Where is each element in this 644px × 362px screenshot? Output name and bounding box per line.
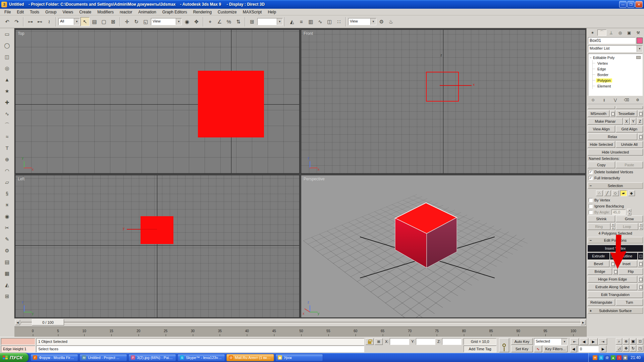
coordinate-x-field[interactable] (390, 338, 409, 345)
loop-spinner[interactable]: ▲▼ (639, 223, 643, 230)
flip-button[interactable]: Flip (619, 268, 643, 275)
remove-modifier-icon[interactable]: ⌫ (622, 97, 631, 103)
delete-isolated-vertices-checkbox[interactable] (589, 170, 593, 174)
modify-tab-icon[interactable]: ⌒ (597, 29, 606, 36)
chevron-down-icon[interactable]: ▼ (561, 339, 567, 345)
viewport-perspective[interactable]: Perspective z x y (301, 175, 586, 318)
ignore-backfacing-checkbox[interactable] (589, 204, 593, 208)
paste-button[interactable]: Paste (616, 162, 643, 168)
field-of-view-icon[interactable]: ◿ (616, 345, 622, 352)
utilities-tab-icon[interactable]: ⚒ (634, 29, 642, 36)
render-type-combo[interactable]: View ▼ (348, 18, 376, 25)
ring-button[interactable]: Ring (588, 223, 610, 230)
current-frame-field[interactable]: 0 (578, 346, 599, 352)
menu-item[interactable]: Create (76, 9, 94, 15)
timeline-ruler[interactable]: 0510152025303540455055606570758085909510… (14, 326, 586, 337)
taskbar-task-button[interactable]: ▣ Урок (275, 354, 323, 361)
modifier-stack[interactable]: Editable Poly Vertex Edge Border Polygon (588, 54, 643, 96)
stack-subobject-item[interactable]: Edge (593, 66, 642, 72)
stack-subobject-item[interactable]: Border (593, 72, 642, 77)
bevel-button[interactable]: Bevel (588, 260, 609, 267)
subdivision-surface-rollout-header[interactable]: +Subdivision Surface (588, 307, 643, 314)
left-tool-icon-1[interactable]: ▭ (2, 29, 12, 39)
redo-icon[interactable]: ↷ (12, 17, 21, 26)
make-unique-icon[interactable]: ⋁ (611, 97, 620, 103)
copy-button[interactable]: Copy (588, 162, 615, 168)
vertex-subobject-icon[interactable]: ∴ (596, 190, 603, 196)
left-tool-icon-4[interactable]: ◎ (2, 64, 12, 73)
key-filters-button[interactable]: Key Filters... (543, 346, 568, 352)
extrude-along-spline-button[interactable]: Extrude Along Spline (588, 284, 637, 290)
show-end-result-icon[interactable]: ‖ (600, 97, 608, 103)
left-tool-icon-12[interactable]: ⊕ (2, 155, 12, 164)
left-tool-icon-8[interactable]: ∿ (2, 109, 12, 118)
left-tool-icon-23[interactable]: ◭ (2, 280, 12, 289)
make-planar-z-button[interactable]: Z (637, 118, 643, 125)
tray-alert-icon[interactable]: ! (617, 355, 622, 360)
selection-rollout-header[interactable]: −Selection (588, 182, 643, 189)
menu-item[interactable]: Edit (14, 9, 27, 15)
reference-coordinate-combo[interactable]: View ▼ (151, 18, 182, 25)
viewport-label[interactable]: Perspective (304, 177, 325, 181)
left-tool-icon-2[interactable]: ◯ (2, 41, 12, 50)
left-tool-icon-16[interactable]: ☀ (2, 200, 12, 209)
set-key-button[interactable]: Set Key (511, 346, 533, 352)
bind-to-space-warp-icon[interactable]: ≀ (45, 17, 54, 26)
create-tab-icon[interactable]: ✶ (588, 29, 597, 36)
viewport-label[interactable]: Left (18, 177, 24, 181)
clipped-button[interactable] (616, 106, 643, 109)
minimize-button[interactable]: — (619, 1, 627, 8)
selection-filter-combo[interactable]: All ▼ (58, 18, 80, 25)
left-tool-icon-24[interactable]: ⊞ (2, 292, 12, 301)
shrink-button[interactable]: Shrink (588, 216, 615, 222)
select-and-rotate-icon[interactable]: ↻ (132, 17, 141, 26)
by-angle-checkbox[interactable] (589, 210, 593, 214)
inset-settings-button[interactable] (638, 260, 643, 267)
chevron-down-icon[interactable]: ▼ (637, 46, 642, 52)
left-tool-icon-13[interactable]: ◠ (2, 166, 12, 175)
layer-manager-icon[interactable]: ▥ (306, 17, 315, 26)
left-tool-icon-15[interactable]: § (2, 189, 12, 198)
arc-rotate-icon[interactable]: ↻ (630, 345, 636, 352)
bridge-settings-button[interactable] (613, 268, 618, 275)
turn-button[interactable]: Turn (616, 299, 643, 306)
time-slider-track[interactable] (21, 322, 582, 323)
quick-render-icon[interactable]: ♨ (386, 17, 395, 26)
menu-item[interactable]: Graph Editors (159, 9, 190, 15)
zoom-extents-icon[interactable]: ▣ (630, 338, 636, 345)
bridge-button[interactable]: Bridge (588, 268, 612, 275)
display-tab-icon[interactable]: ▣ (625, 29, 633, 36)
tessellate-button[interactable]: Tessellate (616, 110, 638, 117)
menu-item[interactable]: MAXScript (240, 9, 265, 15)
maximize-viewport-toggle-icon[interactable]: ◳ (637, 345, 643, 352)
go-to-end-button[interactable]: ⇥ (598, 338, 607, 345)
coordinate-y-field[interactable] (416, 338, 435, 345)
menu-item[interactable]: Tools (27, 9, 42, 15)
menu-item[interactable]: Group (42, 9, 59, 15)
left-tool-icon-14[interactable]: ▱ (2, 178, 12, 187)
taskbar-task-button[interactable]: @ Mail.Ru Агент (1 вкл... (226, 354, 274, 361)
msmooth-button[interactable]: MSmooth (588, 110, 609, 117)
stack-item-root[interactable]: Editable Poly (590, 55, 642, 60)
menu-item[interactable]: File (1, 9, 14, 15)
left-tool-icon-10[interactable]: ≈ (2, 132, 12, 141)
play-animation-button[interactable]: ▶ (589, 338, 598, 345)
chevron-down-icon[interactable]: ▼ (277, 18, 282, 25)
by-vertex-checkbox[interactable] (589, 198, 593, 202)
render-setup-icon[interactable]: ⚙ (377, 17, 386, 26)
next-key-button[interactable]: ▶ (600, 346, 606, 352)
rectangular-selection-region-icon[interactable]: ▢ (99, 17, 108, 26)
schematic-view-icon[interactable]: ◫ (325, 17, 334, 26)
clipped-button[interactable] (588, 106, 615, 109)
menu-item[interactable]: Rendering (190, 9, 215, 15)
tray-volume-icon[interactable]: ◉ (623, 355, 628, 360)
box-object-top-view[interactable] (198, 71, 264, 137)
configure-modifier-sets-icon[interactable]: ⚙ (633, 97, 642, 103)
left-tool-icon-11[interactable]: T (2, 143, 12, 153)
chevron-down-icon[interactable]: ▼ (74, 18, 79, 25)
left-tool-icon-18[interactable]: ✂ (2, 223, 12, 232)
hide-selected-button[interactable]: Hide Selected (588, 141, 615, 148)
box-object-left-view[interactable] (141, 216, 173, 244)
stack-state-icon[interactable] (636, 56, 641, 59)
tessellate-settings-button[interactable] (638, 110, 643, 117)
